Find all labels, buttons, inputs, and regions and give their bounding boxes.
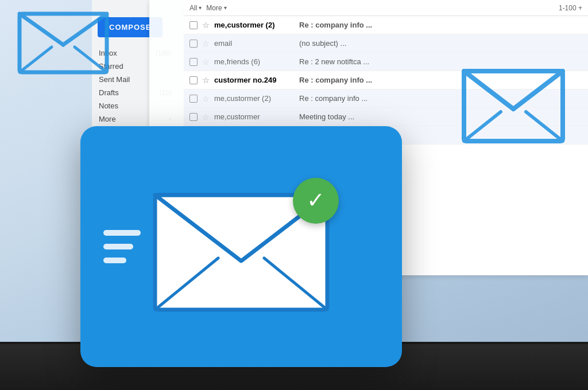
- more-chevron-icon: ▾: [224, 5, 227, 11]
- envelope-top-left: [17, 11, 109, 75]
- email-sender: me,custormer (2): [214, 21, 295, 29]
- email-row[interactable]: ☆email(no subject) ...: [184, 34, 588, 53]
- email-sender: me,custormer: [214, 112, 295, 121]
- email-subject: (no subject) ...: [299, 39, 582, 48]
- sidebar-item-label: Drafts: [99, 88, 119, 97]
- checkmark-icon: ✓: [307, 189, 325, 211]
- more-label: More: [206, 4, 222, 12]
- card-line-1: [103, 230, 141, 236]
- all-label: All: [189, 4, 197, 12]
- svg-line-2: [63, 14, 107, 45]
- more-dropdown[interactable]: More ▾: [206, 4, 226, 12]
- email-subject: Re : 2 new notiftca ...: [299, 57, 582, 66]
- star-icon[interactable]: ☆: [202, 57, 210, 67]
- pagination: 1-100 +: [559, 4, 582, 12]
- card-line-3: [103, 258, 126, 263]
- sidebar-item-label: More: [99, 115, 116, 123]
- svg-line-1: [20, 14, 63, 45]
- email-sender: me,friends (6): [214, 57, 295, 66]
- email-checkbox[interactable]: [189, 76, 198, 84]
- email-checkbox[interactable]: [189, 21, 198, 29]
- email-sender: email: [214, 39, 295, 48]
- email-subject: Re : company info ...: [299, 21, 582, 29]
- email-row[interactable]: ☆me,custormer (2)Re : company info ...: [184, 16, 588, 34]
- sidebar-item-label: Notes: [99, 102, 118, 110]
- star-icon[interactable]: ☆: [202, 39, 210, 48]
- star-icon[interactable]: ☆: [202, 76, 210, 85]
- envelope-top-right: [462, 69, 565, 143]
- email-checkbox[interactable]: [189, 95, 198, 103]
- email-checkbox[interactable]: [189, 113, 198, 121]
- email-sender: custormer no.249: [214, 76, 295, 84]
- blue-card: ✓: [80, 126, 402, 367]
- card-lines: [103, 230, 141, 263]
- svg-line-3: [20, 47, 52, 72]
- check-badge: ✓: [293, 178, 339, 224]
- sidebar-item-label: Sent Mail: [99, 75, 130, 84]
- toolbar-left: All ▾ More ▾: [189, 4, 227, 12]
- svg-line-7: [513, 71, 563, 109]
- svg-line-8: [464, 112, 501, 141]
- svg-line-6: [464, 71, 513, 109]
- card-line-2: [103, 244, 133, 249]
- email-checkbox[interactable]: [189, 40, 198, 48]
- all-dropdown[interactable]: All ▾: [189, 4, 202, 12]
- star-icon[interactable]: ☆: [202, 112, 210, 122]
- gmail-toolbar: All ▾ More ▾ 1-100 +: [184, 0, 588, 16]
- svg-line-4: [75, 47, 107, 72]
- star-icon[interactable]: ☆: [202, 94, 210, 103]
- svg-line-9: [526, 112, 563, 141]
- all-chevron-icon: ▾: [199, 5, 202, 11]
- email-sender: me,custormer (2): [214, 94, 295, 103]
- star-icon[interactable]: ☆: [202, 21, 210, 30]
- card-envelope: ✓: [149, 178, 333, 315]
- email-checkbox[interactable]: [189, 58, 198, 66]
